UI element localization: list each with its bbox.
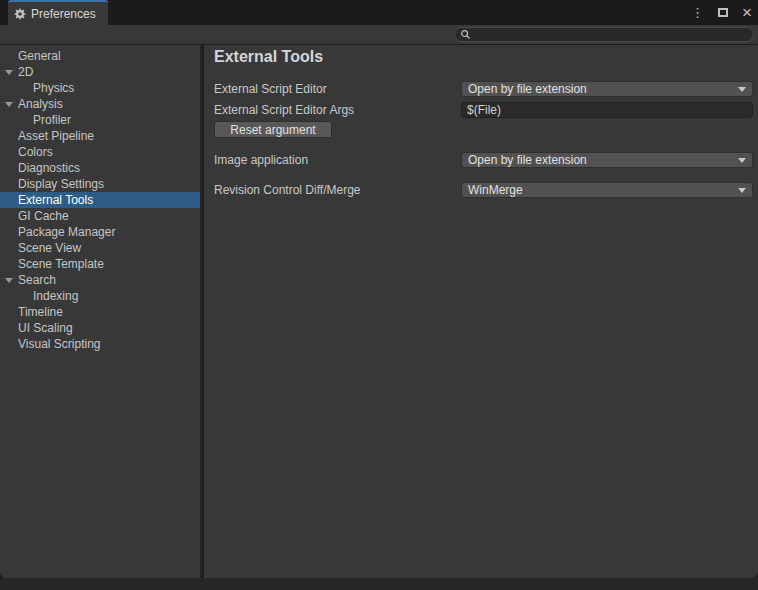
external-script-editor-args-label: External Script Editor Args [214, 102, 461, 118]
sidebar-item-scene-view[interactable]: Scene View [0, 240, 200, 256]
sidebar-item-label: Physics [33, 81, 74, 95]
sidebar-item-label: Search [18, 273, 56, 287]
external-script-editor-label: External Script Editor [214, 81, 461, 97]
sidebar-item-label: UI Scaling [18, 321, 73, 335]
field-row-external-script-editor-args: External Script Editor Args [214, 102, 753, 118]
dropdown-selected-value: WinMerge [468, 183, 523, 197]
dropdown-selected-value: Open by file extension [468, 153, 587, 167]
external-script-editor-args-input[interactable] [461, 102, 753, 118]
gear-icon [14, 8, 26, 20]
sidebar-item-gi-cache[interactable]: GI Cache [0, 208, 200, 224]
sidebar-item-label: Visual Scripting [18, 337, 101, 351]
chevron-down-icon [738, 188, 746, 193]
sidebar-item-visual-scripting[interactable]: Visual Scripting [0, 336, 200, 352]
sidebar-item-label: External Tools [18, 193, 93, 207]
search-box[interactable] [454, 27, 754, 42]
sidebar-item-label: Timeline [18, 305, 63, 319]
sidebar-item-label: Package Manager [18, 225, 115, 239]
foldout-triangle-icon[interactable] [5, 278, 13, 283]
sidebar-item-label: 2D [18, 65, 33, 79]
sidebar-item-2d[interactable]: 2D [0, 64, 200, 80]
sidebar-item-analysis[interactable]: Analysis [0, 96, 200, 112]
field-row-image-application: Image application Open by file extension [214, 152, 753, 168]
settings-panel: External Tools External Script Editor Op… [204, 45, 758, 578]
external-script-editor-dropdown[interactable]: Open by file extension [461, 81, 753, 97]
reset-argument-button[interactable]: Reset argument [214, 121, 332, 138]
sidebar-item-scene-template[interactable]: Scene Template [0, 256, 200, 272]
sidebar-item-display-settings[interactable]: Display Settings [0, 176, 200, 192]
sidebar-item-ui-scaling[interactable]: UI Scaling [0, 320, 200, 336]
sidebar-item-label: Scene View [18, 241, 81, 255]
tab-title: Preferences [31, 7, 96, 21]
tab-bar: Preferences ⋮ × [0, 0, 758, 25]
sidebar-item-asset-pipeline[interactable]: Asset Pipeline [0, 128, 200, 144]
search-input[interactable] [474, 29, 753, 41]
field-row-revision-control-diff-merge: Revision Control Diff/Merge WinMerge [214, 182, 753, 198]
maximize-box [718, 8, 728, 17]
sidebar-item-profiler[interactable]: Profiler [0, 112, 200, 128]
sidebar-item-label: Colors [18, 145, 53, 159]
sidebar-item-label: GI Cache [18, 209, 69, 223]
foldout-triangle-icon[interactable] [5, 70, 13, 75]
dropdown-selected-value: Open by file extension [468, 82, 587, 96]
sidebar-item-label: Diagnostics [18, 161, 80, 175]
toolbar [0, 25, 758, 45]
field-row-external-script-editor: External Script Editor Open by file exte… [214, 81, 753, 97]
sidebar-item-external-tools[interactable]: External Tools [0, 192, 200, 208]
sidebar-item-label: Indexing [33, 289, 78, 303]
close-icon[interactable]: × [742, 8, 752, 18]
sidebar-item-indexing[interactable]: Indexing [0, 288, 200, 304]
maximize-icon[interactable] [718, 8, 728, 17]
sidebar-item-search[interactable]: Search [0, 272, 200, 288]
page-title: External Tools [214, 48, 323, 66]
sidebar-item-label: Display Settings [18, 177, 104, 191]
sidebar-item-package-manager[interactable]: Package Manager [0, 224, 200, 240]
sidebar-item-physics[interactable]: Physics [0, 80, 200, 96]
sidebar-item-diagnostics[interactable]: Diagnostics [0, 160, 200, 176]
search-icon [460, 29, 471, 40]
chevron-down-icon [738, 158, 746, 163]
revision-control-diff-merge-label: Revision Control Diff/Merge [214, 182, 461, 198]
sidebar-item-label: Scene Template [18, 257, 104, 271]
image-application-label: Image application [214, 152, 461, 168]
revision-control-diff-merge-dropdown[interactable]: WinMerge [461, 182, 753, 198]
sidebar-item-label: Profiler [33, 113, 71, 127]
image-application-dropdown[interactable]: Open by file extension [461, 152, 753, 168]
sidebar: General2DPhysicsAnalysisProfilerAsset Pi… [0, 45, 202, 578]
window-controls: ⋮ × [691, 0, 752, 25]
sidebar-item-colors[interactable]: Colors [0, 144, 200, 160]
sidebar-item-label: General [18, 49, 61, 63]
sidebar-item-label: Asset Pipeline [18, 129, 94, 143]
chevron-down-icon [738, 87, 746, 92]
tab-preferences[interactable]: Preferences [8, 0, 108, 25]
foldout-triangle-icon[interactable] [5, 102, 13, 107]
window-bottom-edge [0, 578, 758, 590]
preferences-content: General2DPhysicsAnalysisProfilerAsset Pi… [0, 45, 758, 578]
sidebar-item-general[interactable]: General [0, 48, 200, 64]
sidebar-item-label: Analysis [18, 97, 63, 111]
sidebar-item-timeline[interactable]: Timeline [0, 304, 200, 320]
window-menu-icon[interactable]: ⋮ [691, 5, 704, 20]
